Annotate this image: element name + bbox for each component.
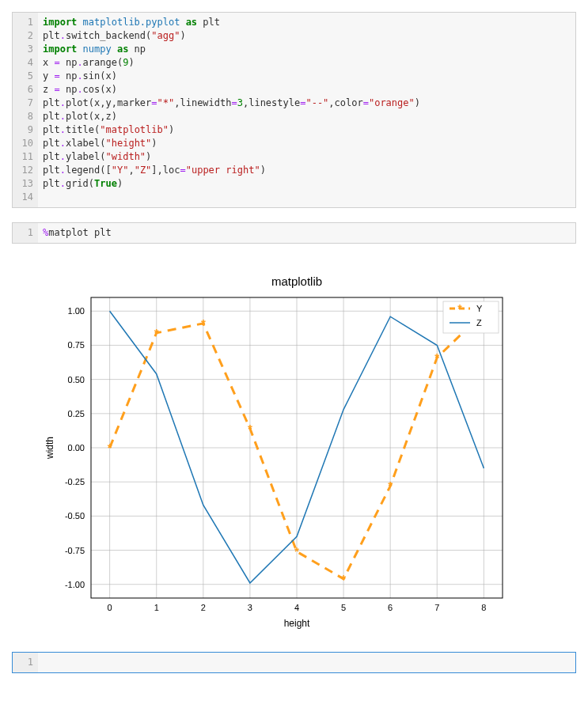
y-tick-label: 0.00 xyxy=(68,443,85,452)
matplotlib-figure: 012345678-1.00-0.75-0.50-0.250.000.250.5… xyxy=(28,258,534,638)
x-tick-label: 4 xyxy=(294,603,299,612)
code-editor[interactable]: import matplotlib.pyplot as pltplt.switc… xyxy=(38,13,575,207)
series-marker: * xyxy=(434,350,439,364)
code-cell[interactable]: 1234567891011121314 import matplotlib.py… xyxy=(12,12,576,208)
chart-title: matplotlib xyxy=(271,274,322,288)
series-marker: * xyxy=(108,441,112,454)
x-tick-label: 0 xyxy=(108,603,112,612)
y-tick-label: 0.50 xyxy=(68,375,85,384)
svg-text:*: * xyxy=(457,302,462,315)
series-marker: * xyxy=(154,326,159,339)
y-tick-label: -0.25 xyxy=(65,477,85,487)
code-cell[interactable]: 1 %matplot plt xyxy=(12,222,576,244)
x-tick-label: 6 xyxy=(388,603,393,612)
x-tick-label: 3 xyxy=(248,603,252,612)
x-tick-label: 8 xyxy=(481,603,486,612)
series-marker: * xyxy=(388,479,393,492)
x-axis-label: height xyxy=(284,618,310,629)
y-tick-label: -0.50 xyxy=(65,511,85,521)
y-tick-label: -1.00 xyxy=(65,580,85,589)
legend-label: Y xyxy=(476,304,483,313)
series-marker: * xyxy=(341,572,346,585)
y-tick-label: 0.75 xyxy=(68,340,85,350)
x-tick-label: 1 xyxy=(154,603,159,612)
series-marker: * xyxy=(294,544,299,558)
series-marker: * xyxy=(248,422,252,435)
series-marker: * xyxy=(201,316,206,330)
y-tick-label: 0.25 xyxy=(68,409,85,418)
x-tick-label: 2 xyxy=(201,603,206,612)
y-tick-label: 1.00 xyxy=(68,306,85,316)
x-tick-label: 7 xyxy=(434,603,439,612)
line-number-gutter: 1234567891011121314 xyxy=(13,13,38,207)
line-number-gutter: 1 xyxy=(13,653,38,672)
x-tick-label: 5 xyxy=(341,603,346,612)
y-axis-label: width xyxy=(44,437,55,460)
code-cell[interactable]: 1 xyxy=(12,652,576,673)
output-area: 012345678-1.00-0.75-0.50-0.250.000.250.5… xyxy=(12,258,576,638)
code-editor[interactable]: %matplot plt xyxy=(38,223,575,243)
line-number-gutter: 1 xyxy=(13,223,38,243)
code-editor[interactable] xyxy=(38,653,575,672)
legend-label: Z xyxy=(476,318,482,327)
y-tick-label: -0.75 xyxy=(65,546,85,555)
legend-box xyxy=(443,301,499,333)
